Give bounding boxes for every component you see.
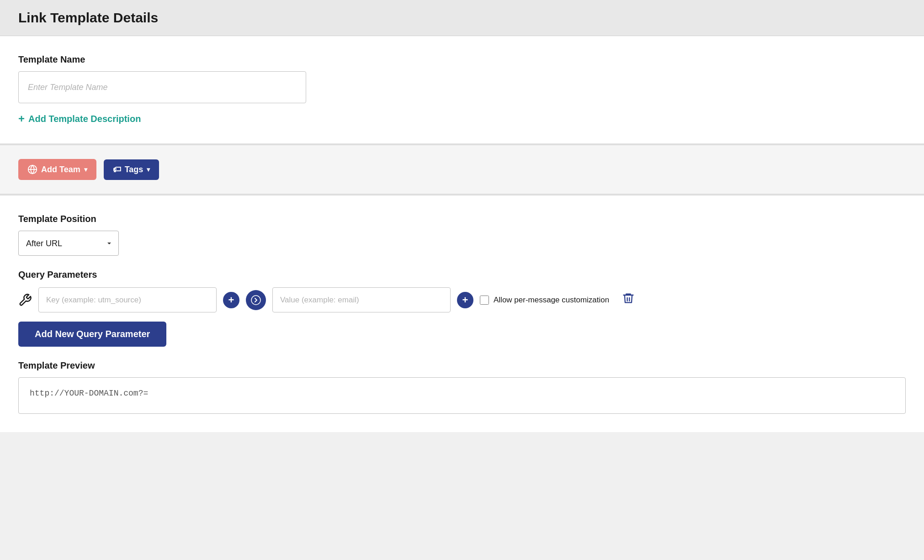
globe-icon [27,164,37,174]
delete-row-button[interactable] [622,292,635,308]
tag-icon: 🏷 [113,165,121,174]
add-description-label: Add Template Description [28,114,141,124]
team-tags-row: Add Team ▾ 🏷 Tags ▾ [18,159,906,180]
query-params-label: Query Parameters [18,269,906,280]
position-select[interactable]: After URL Before URL Custom [18,231,119,256]
allow-customization-checkbox[interactable] [480,296,489,305]
section-main: Template Position After URL Before URL C… [0,195,924,432]
arrow-right-icon [246,290,266,310]
chevron-down-icon: ▾ [84,166,87,173]
value-plus-button[interactable]: + [457,292,473,308]
add-query-param-button[interactable]: Add New Query Parameter [18,322,166,347]
template-position-label: Template Position [18,214,906,224]
svg-point-2 [250,295,261,306]
key-input[interactable] [38,287,217,312]
value-input[interactable] [272,287,451,312]
tags-button[interactable]: 🏷 Tags ▾ [104,159,159,180]
template-preview-box: http://YOUR-DOMAIN.com?= [18,377,906,414]
allow-customization-container: Allow per-message customization [480,296,609,305]
template-preview-label: Template Preview [18,360,906,371]
key-plus-button[interactable]: + [223,292,239,308]
section-team-tags: Add Team ▾ 🏷 Tags ▾ [0,145,924,195]
template-name-label: Template Name [18,54,906,65]
tags-chevron-icon: ▾ [147,166,150,173]
page-title: Link Template Details [18,10,906,26]
query-params-row: + + Allow per-message customization [18,287,906,312]
tags-label: Tags [125,165,143,174]
add-team-label: Add Team [41,165,80,174]
wrench-icon [18,293,32,307]
allow-customization-label: Allow per-message customization [494,296,609,305]
add-team-button[interactable]: Add Team ▾ [18,159,96,180]
header: Link Template Details [0,0,924,36]
add-description-button[interactable]: + Add Template Description [18,112,141,125]
template-name-input[interactable] [18,71,306,103]
page-container: Link Template Details Template Name + Ad… [0,0,924,432]
section-template-name: Template Name + Add Template Description [0,36,924,144]
plus-icon: + [18,112,25,125]
